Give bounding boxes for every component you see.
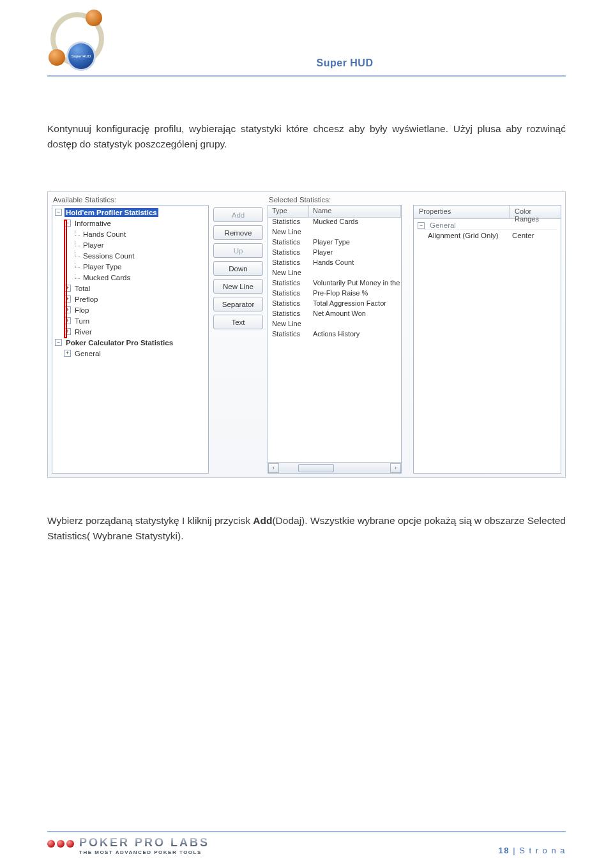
list-item-type: Statistics <box>268 299 309 310</box>
collapse-icon[interactable]: − <box>55 339 62 346</box>
separator-button[interactable]: Separator <box>213 297 263 311</box>
tree-item[interactable]: +General <box>52 348 208 359</box>
page-number: 18 | S t r o n a <box>499 846 566 855</box>
tree-item[interactable]: Hands Count <box>52 228 208 239</box>
tree-item-label: Player Type <box>82 263 122 271</box>
tree-item-label: Mucked Cards <box>82 274 130 281</box>
list-item-type: New Line <box>268 269 309 279</box>
list-item-name: Net Amount Won <box>309 310 401 320</box>
properties-panel: Properties Color Ranges − General Alignm… <box>413 205 561 474</box>
col-header-name[interactable]: Name <box>309 206 401 217</box>
col-header-type[interactable]: Type <box>268 206 309 217</box>
tree-item-label: Flop <box>73 306 89 314</box>
collapse-icon[interactable]: − <box>418 222 425 229</box>
list-item[interactable]: StatisticsVoluntarily Put Money in the <box>268 279 401 289</box>
brand-tagline: THE MOST ADVANCED POKER TOOLS <box>79 849 209 855</box>
chip-text: Super HUD <box>72 54 91 58</box>
available-tree[interactable]: −Hold'em Profiler Statistics−Informative… <box>52 205 209 474</box>
list-item[interactable]: StatisticsHands Count <box>268 258 401 269</box>
list-item[interactable]: StatisticsPlayer <box>268 248 401 258</box>
tree-item[interactable]: +Total <box>52 283 208 294</box>
list-item-name <box>309 320 401 330</box>
tree-item[interactable]: Player Type <box>52 261 208 272</box>
properties-tab[interactable]: Properties <box>414 206 510 218</box>
tree-item[interactable]: Sessions Count <box>52 250 208 261</box>
list-item[interactable]: StatisticsTotal Aggression Factor <box>268 299 401 310</box>
list-item[interactable]: New Line <box>268 228 401 238</box>
property-row[interactable]: Alignment (Grid Only)Center <box>418 229 557 241</box>
scroll-right-icon[interactable]: › <box>390 463 401 473</box>
tree-item[interactable]: +River <box>52 326 208 337</box>
tree-item[interactable]: −Informative <box>52 218 208 228</box>
property-name: Alignment (Grid Only) <box>418 232 512 239</box>
list-item-name <box>309 228 401 238</box>
selected-list[interactable]: Type Name StatisticsMucked CardsNew Line… <box>268 205 402 474</box>
page-title: Super HUD <box>124 57 566 71</box>
expand-icon[interactable]: + <box>64 306 71 313</box>
list-item-type: Statistics <box>268 248 309 258</box>
brand-logo: POKER PRO LABS THE MOST ADVANCED POKER T… <box>47 836 209 855</box>
tree-item[interactable]: Player <box>52 239 208 250</box>
expand-icon[interactable]: + <box>64 296 71 303</box>
tree-item[interactable]: +Turn <box>52 315 208 326</box>
collapse-icon[interactable]: − <box>64 220 71 227</box>
list-item[interactable]: StatisticsPlayer Type <box>268 238 401 248</box>
expand-icon[interactable]: + <box>64 317 71 324</box>
list-item-type: New Line <box>268 320 309 330</box>
list-item-type: Statistics <box>268 258 309 269</box>
tree-item-label: Player <box>82 241 104 249</box>
tree-item-label: Sessions Count <box>82 252 135 260</box>
selected-label: Selected Statistics: <box>269 196 402 204</box>
tree-item[interactable]: +Preflop <box>52 294 208 304</box>
stats-config-panel: Available Statistics: −Hold'em Profiler … <box>47 191 566 478</box>
property-value: Center <box>512 232 557 239</box>
remove-button[interactable]: Remove <box>213 225 263 240</box>
available-label: Available Statistics: <box>53 196 209 204</box>
color-ranges-tab[interactable]: Color Ranges <box>510 206 561 218</box>
list-item[interactable]: StatisticsPre-Flop Raise % <box>268 289 401 299</box>
tree-item-label: Preflop <box>73 296 98 303</box>
brand-name: POKER PRO LABS <box>79 836 209 849</box>
tree-item[interactable]: +Flop <box>52 304 208 315</box>
list-item-name: Hands Count <box>309 258 401 269</box>
expand-icon[interactable]: + <box>64 350 71 357</box>
list-item[interactable]: StatisticsNet Amount Won <box>268 310 401 320</box>
down-button[interactable]: Down <box>213 261 263 276</box>
expand-icon[interactable]: + <box>64 328 71 335</box>
list-item-type: New Line <box>268 228 309 238</box>
list-item-name: Total Aggression Factor <box>309 299 401 310</box>
up-button[interactable]: Up <box>213 243 263 258</box>
outro-paragraph: Wybierz porządaną statystykę I kliknij p… <box>47 513 566 544</box>
newline-button[interactable]: New Line <box>213 279 263 294</box>
list-item[interactable]: New Line <box>268 320 401 330</box>
expand-icon[interactable]: + <box>64 285 71 292</box>
add-button[interactable]: Add <box>213 207 263 222</box>
page-header: Super HUD Super HUD <box>47 13 566 77</box>
list-item-name: Player Type <box>309 238 401 248</box>
tree-item-label: River <box>73 328 92 336</box>
list-item[interactable]: StatisticsMucked Cards <box>268 218 401 228</box>
tree-item[interactable]: Mucked Cards <box>52 272 208 283</box>
collapse-icon[interactable]: − <box>55 209 62 216</box>
scroll-thumb[interactable] <box>298 464 334 472</box>
list-item-type: Statistics <box>268 289 309 299</box>
list-item-name: Pre-Flop Raise % <box>309 289 401 299</box>
list-item-type: Statistics <box>268 310 309 320</box>
tree-item[interactable]: −Poker Calculator Pro Statistics <box>52 337 208 348</box>
list-item-name: Mucked Cards <box>309 218 401 228</box>
tree-item-label: Hands Count <box>82 230 126 238</box>
tree-item-label: Poker Calculator Pro Statistics <box>64 339 173 347</box>
tree-item-label: Informative <box>73 220 111 227</box>
list-item-type: Statistics <box>268 238 309 248</box>
horizontal-scrollbar[interactable]: ‹ › <box>268 462 401 473</box>
tree-item[interactable]: −Hold'em Profiler Statistics <box>52 207 208 218</box>
text-button[interactable]: Text <box>213 315 263 329</box>
scroll-left-icon[interactable]: ‹ <box>268 463 279 473</box>
list-item-type: Statistics <box>268 218 309 228</box>
list-item-name: Player <box>309 248 401 258</box>
list-item[interactable]: New Line <box>268 269 401 279</box>
tree-item-label: General <box>73 350 101 357</box>
list-item[interactable]: StatisticsActions History <box>268 330 401 340</box>
page-footer: POKER PRO LABS THE MOST ADVANCED POKER T… <box>47 831 566 855</box>
tree-item-label: Turn <box>73 317 89 325</box>
